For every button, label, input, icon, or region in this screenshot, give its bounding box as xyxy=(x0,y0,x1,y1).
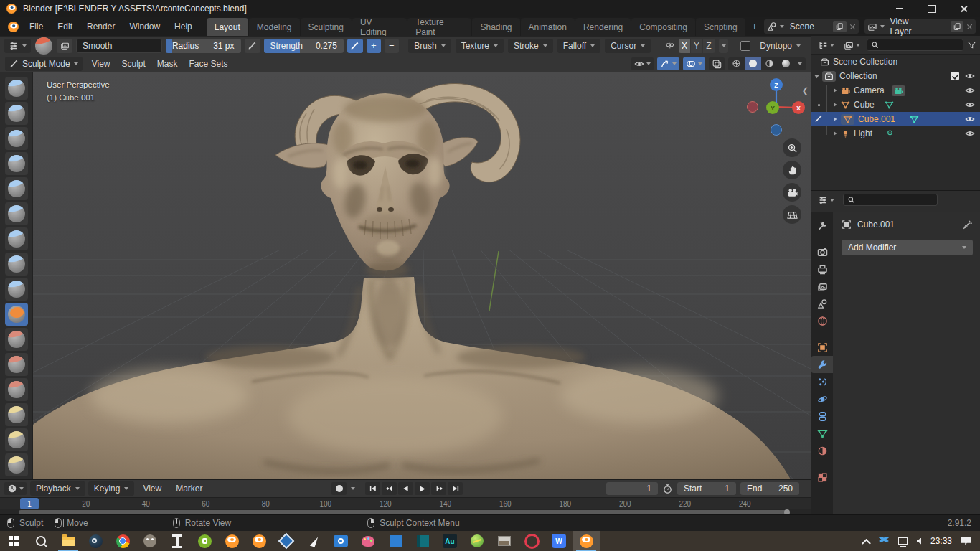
brush-scrape[interactable] xyxy=(5,378,28,401)
properties-editor-type-button[interactable] xyxy=(815,194,837,207)
menu-view[interactable]: View xyxy=(86,59,116,69)
next-keyframe-button[interactable] xyxy=(431,482,446,495)
collection-checkbox[interactable] xyxy=(951,72,959,80)
network-icon[interactable] xyxy=(898,537,908,545)
taskbar-photos-app[interactable] xyxy=(491,531,518,551)
menu-playback[interactable]: Playback xyxy=(30,481,85,496)
menu-render[interactable]: Render xyxy=(80,17,122,36)
radius-slider[interactable]: Radius31 px xyxy=(166,39,241,53)
minimize-button[interactable] xyxy=(883,0,915,17)
tab-texture-paint[interactable]: Texture Paint xyxy=(407,18,471,36)
taskbar-camera-app[interactable] xyxy=(327,531,354,551)
taskbar-start[interactable] xyxy=(0,531,27,551)
outliner-search-input[interactable] xyxy=(867,39,963,51)
filter-icon[interactable] xyxy=(967,40,976,50)
menu-brush[interactable]: Brush xyxy=(408,39,451,53)
add-modifier-dropdown[interactable]: Add Modifier xyxy=(842,240,973,255)
expand-icon[interactable] xyxy=(831,87,839,94)
taskbar-sculpt-stand-app[interactable] xyxy=(164,531,191,551)
brush-draw-sharp[interactable] xyxy=(5,102,28,125)
current-frame-field[interactable]: 1 xyxy=(606,482,658,495)
menu-texture[interactable]: Texture xyxy=(456,39,504,53)
brush-inflate[interactable] xyxy=(5,227,28,250)
dropbox-icon[interactable] xyxy=(879,537,889,546)
view-layer-selector[interactable]: View Layer xyxy=(864,19,976,34)
brush-draw[interactable] xyxy=(5,77,28,100)
remove-brush-button[interactable]: − xyxy=(385,39,399,53)
props-tab-view-layer[interactable] xyxy=(811,278,833,295)
tray-expand-icon[interactable] xyxy=(863,538,870,545)
sidebar-collapse-icon[interactable]: ❮ xyxy=(802,86,809,95)
remove-view-layer-icon[interactable] xyxy=(966,24,973,30)
taskbar-chrome[interactable] xyxy=(109,531,136,551)
menu-face-sets[interactable]: Face Sets xyxy=(184,59,234,69)
outliner-row-light[interactable]: Light xyxy=(811,126,980,141)
brush-snake-hook[interactable] xyxy=(5,453,28,476)
menu-help[interactable]: Help xyxy=(167,17,199,36)
shading-options-button[interactable] xyxy=(794,57,806,70)
mirror-z[interactable]: Z xyxy=(703,39,715,53)
viewport-3d[interactable]: User Perspective (1) Cube.001 Z X Y ❮ xyxy=(33,72,811,479)
props-tab-modifiers[interactable] xyxy=(811,356,833,373)
shading-rendered-button[interactable] xyxy=(778,57,794,70)
expand-icon[interactable] xyxy=(831,130,839,137)
props-tab-scene[interactable] xyxy=(811,295,833,312)
jump-to-start-button[interactable] xyxy=(365,482,380,495)
eye-icon[interactable] xyxy=(965,85,975,95)
brush-clay-strips[interactable] xyxy=(5,152,28,175)
eye-icon[interactable] xyxy=(965,128,975,138)
new-scene-button[interactable] xyxy=(833,21,847,32)
taskbar-gimp[interactable] xyxy=(136,531,164,551)
shading-wireframe-button[interactable] xyxy=(728,57,745,70)
taskbar-green-app[interactable] xyxy=(191,531,218,551)
zoom-button[interactable] xyxy=(783,138,801,157)
taskbar-blender-2[interactable] xyxy=(245,531,273,551)
volume-icon[interactable] xyxy=(917,538,921,545)
previous-keyframe-button[interactable] xyxy=(382,482,397,495)
perspective-toggle-button[interactable] xyxy=(783,205,801,224)
taskbar-green-ball-app[interactable] xyxy=(463,531,491,551)
brush-fill[interactable] xyxy=(5,353,28,376)
tab-sculpting[interactable]: Sculpting xyxy=(301,18,352,36)
scene-selector[interactable]: Scene xyxy=(764,19,859,34)
taskbar-panel-app[interactable] xyxy=(409,531,436,551)
timeline-ruler[interactable]: 20406080100120140160180200220240 xyxy=(0,497,811,509)
taskbar-vscode[interactable] xyxy=(382,531,409,551)
play-reverse-button[interactable] xyxy=(398,482,413,495)
editor-type-button[interactable] xyxy=(4,39,31,53)
brush-grab[interactable] xyxy=(5,428,28,451)
taskbar-box-app[interactable] xyxy=(273,531,300,551)
radius-pressure-button[interactable] xyxy=(245,39,260,53)
auto-keyframe-options-button[interactable] xyxy=(348,482,358,495)
taskbar-bird-app[interactable] xyxy=(300,531,327,551)
taskbar-blender-1[interactable] xyxy=(218,531,245,551)
menu-file[interactable]: File xyxy=(22,17,50,36)
taskbar-search[interactable] xyxy=(27,531,55,551)
outliner-row-cube[interactable]: Cube xyxy=(811,98,980,112)
props-tab-physics[interactable] xyxy=(811,390,833,408)
properties-search-input[interactable] xyxy=(843,194,938,206)
jump-to-end-button[interactable] xyxy=(448,482,463,495)
tab-scripting[interactable]: Scripting xyxy=(696,18,745,36)
menu-window[interactable]: Window xyxy=(122,17,167,36)
strength-pressure-button[interactable] xyxy=(347,39,363,53)
props-tab-render[interactable] xyxy=(811,243,833,260)
taskbar-wps[interactable]: W xyxy=(545,531,573,551)
dyntopo-checkbox[interactable] xyxy=(740,41,750,51)
menu-mask[interactable]: Mask xyxy=(151,59,184,69)
action-center-icon[interactable] xyxy=(961,537,971,545)
add-workspace-button[interactable]: + xyxy=(745,17,764,36)
menu-cursor[interactable]: Cursor xyxy=(605,39,651,53)
shading-solid-button[interactable] xyxy=(745,57,761,70)
xray-toggle[interactable] xyxy=(709,57,725,70)
mirror-x[interactable]: X xyxy=(679,39,690,53)
light-data-icon[interactable] xyxy=(885,129,895,138)
expand-icon[interactable] xyxy=(813,72,821,80)
frame-end-field[interactable]: End250 xyxy=(740,482,799,495)
camera-data-icon[interactable] xyxy=(894,86,903,95)
pan-button[interactable] xyxy=(783,161,801,179)
playhead[interactable]: 1 xyxy=(20,498,39,509)
brush-pinch[interactable] xyxy=(5,403,28,426)
props-tab-material[interactable] xyxy=(811,442,833,459)
close-button[interactable] xyxy=(948,0,980,17)
